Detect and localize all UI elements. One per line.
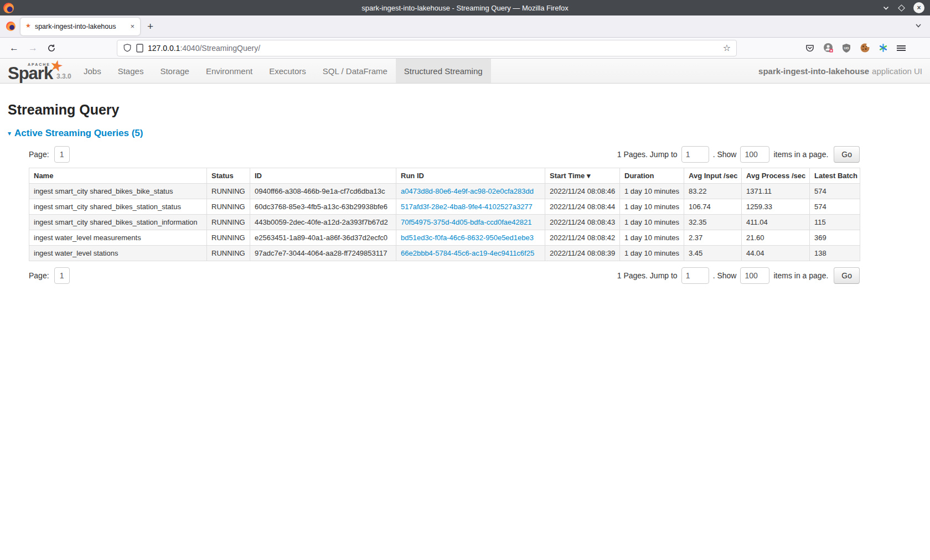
table-row: ingest smart_city shared_bikes_bike_stat…	[29, 184, 860, 199]
nav-item-structured-streaming[interactable]: Structured Streaming	[396, 59, 491, 83]
app-name-label: spark-ingest-into-lakehouseapplication U…	[758, 59, 922, 83]
items-label: items in a page.	[773, 150, 828, 159]
maximize-icon[interactable]	[899, 6, 904, 11]
avg-process-cell: 21.60	[742, 230, 810, 246]
pocket-icon[interactable]	[804, 43, 815, 54]
status-cell: RUNNING	[207, 215, 250, 230]
id-cell: 0940ff66-a308-466b-9e1a-cf7cd6dba13c	[250, 184, 396, 199]
table-header-row: NameStatusIDRun IDStart Time ▾DurationAv…	[29, 168, 860, 184]
extension-asterisk-icon[interactable]	[877, 43, 888, 54]
cookie-icon[interactable]	[859, 43, 870, 54]
run-id-link[interactable]: 70f54975-375d-4d05-bdfa-ccd0fae42821	[401, 218, 531, 226]
page-title: Streaming Query	[8, 102, 922, 118]
col-name[interactable]: Name	[29, 168, 207, 184]
page-number-input[interactable]	[54, 146, 70, 163]
spark-logo: APACHE Spark ★ 3.3.0	[8, 59, 75, 83]
url-text: 127.0.0.1:4040/StreamingQuery/	[148, 44, 719, 53]
status-cell: RUNNING	[207, 246, 250, 261]
col-status[interactable]: Status	[207, 168, 250, 184]
account-extension-icon[interactable]	[823, 43, 834, 54]
avg-input-cell: 32.35	[684, 215, 742, 230]
nav-item-sql-dataframe[interactable]: SQL / DataFrame	[314, 59, 396, 83]
query-name-cell: ingest smart_city shared_bikes_station_s…	[29, 199, 207, 215]
nav-item-executors[interactable]: Executors	[261, 59, 314, 83]
spark-navbar: APACHE Spark ★ 3.3.0 JobsStagesStorageEn…	[0, 59, 930, 84]
ublock-shield-icon[interactable]: UO	[841, 43, 852, 54]
go-button[interactable]: Go	[834, 267, 860, 284]
col-run-id[interactable]: Run ID	[396, 168, 545, 184]
shield-icon[interactable]	[123, 43, 132, 53]
section-title: Active Streaming Queries (5)	[14, 128, 143, 139]
id-cell: e2563451-1a89-40a1-a86f-36d37d2ecfc0	[250, 230, 396, 246]
collapse-arrow-icon: ▾	[8, 129, 11, 137]
page-number-input[interactable]	[54, 267, 70, 284]
id-cell: 443b0059-2dec-40fe-a12d-2a393f7b67d2	[250, 215, 396, 230]
page-info-icon[interactable]	[136, 44, 143, 53]
start-time-cell: 2022/11/24 08:08:39	[545, 246, 620, 261]
page-size-input[interactable]	[740, 146, 769, 163]
nav-item-stages[interactable]: Stages	[110, 59, 152, 83]
show-label: . Show	[713, 271, 737, 280]
page-label: Page:	[29, 271, 49, 280]
avg-input-cell: 106.74	[684, 199, 742, 215]
run-id-link[interactable]: bd51ed3c-f0fa-46c6-8632-950e5ed1ebe3	[401, 234, 534, 242]
reload-button[interactable]	[47, 44, 56, 53]
menu-hamburger-icon[interactable]	[896, 43, 907, 54]
run-id-link[interactable]: a0473d8d-80e6-4e9f-ac98-02e0cfa283dd	[401, 187, 534, 195]
query-table-body: ingest smart_city shared_bikes_bike_stat…	[29, 184, 860, 261]
col-duration[interactable]: Duration	[620, 168, 684, 184]
start-time-cell: 2022/11/24 08:08:46	[545, 184, 620, 199]
spark-favicon-icon: ★	[25, 22, 31, 29]
table-row: ingest smart_city shared_bikes_station_s…	[29, 199, 860, 215]
avg-process-cell: 44.04	[742, 246, 810, 261]
table-row: ingest water_level stations RUNNING 97ad…	[29, 246, 860, 261]
window-titlebar: spark-ingest-into-lakehouse - Streaming …	[0, 0, 930, 15]
nav-item-jobs[interactable]: Jobs	[75, 59, 110, 83]
start-time-cell: 2022/11/24 08:08:43	[545, 215, 620, 230]
close-icon[interactable]: ×	[913, 2, 924, 13]
minimize-icon[interactable]	[882, 4, 890, 12]
page-size-input[interactable]	[740, 267, 769, 284]
run-id-cell: bd51ed3c-f0fa-46c6-8632-950e5ed1ebe3	[396, 230, 545, 246]
jump-to-input[interactable]	[681, 146, 709, 163]
nav-item-environment[interactable]: Environment	[198, 59, 261, 83]
status-cell: RUNNING	[207, 184, 250, 199]
query-name-cell: ingest water_level measurements	[29, 230, 207, 246]
tab-title: spark-ingest-into-lakehous	[35, 23, 126, 30]
avg-input-cell: 3.45	[684, 246, 742, 261]
col-avg-input-sec[interactable]: Avg Input /sec	[684, 168, 742, 184]
run-id-link[interactable]: 517afd3f-28e2-4ba8-9fe4-4102527a3277	[401, 203, 533, 211]
duration-cell: 1 day 10 minutes	[620, 230, 684, 246]
tab-close-icon[interactable]: ×	[130, 22, 135, 30]
tab-list-chevron-icon[interactable]	[914, 22, 922, 29]
show-label: . Show	[713, 150, 737, 159]
spark-version: 3.3.0	[56, 72, 71, 80]
run-id-cell: 66e2bbb4-5784-45c6-ac19-4ec9411c6f25	[396, 246, 545, 261]
start-time-cell: 2022/11/24 08:08:44	[545, 199, 620, 215]
go-button[interactable]: Go	[834, 146, 860, 163]
back-button[interactable]: ←	[9, 43, 19, 53]
forward-button[interactable]: →	[28, 43, 38, 53]
run-id-link[interactable]: 66e2bbb4-5784-45c6-ac19-4ec9411c6f25	[401, 249, 534, 257]
col-latest-batch[interactable]: Latest Batch	[810, 168, 860, 184]
url-bar[interactable]: 127.0.0.1:4040/StreamingQuery/ ☆	[117, 40, 737, 56]
col-start-time[interactable]: Start Time ▾	[545, 168, 620, 184]
bookmark-star-icon[interactable]: ☆	[723, 43, 731, 53]
spark-nav-list: JobsStagesStorageEnvironmentExecutorsSQL…	[75, 59, 491, 83]
id-cell: 97adc7e7-3044-4064-aa28-ff7249853117	[250, 246, 396, 261]
latest-batch-cell: 115	[810, 215, 860, 230]
col-avg-process-sec[interactable]: Avg Process /sec	[742, 168, 810, 184]
avg-input-cell: 2.37	[684, 230, 742, 246]
col-id[interactable]: ID	[250, 168, 396, 184]
new-tab-button[interactable]: +	[147, 20, 153, 33]
latest-batch-cell: 369	[810, 230, 860, 246]
active-queries-section-toggle[interactable]: ▾ Active Streaming Queries (5)	[8, 128, 143, 139]
jump-to-input[interactable]	[681, 267, 709, 284]
table-row: ingest smart_city shared_bikes_station_i…	[29, 215, 860, 230]
run-id-cell: 70f54975-375d-4d05-bdfa-ccd0fae42821	[396, 215, 545, 230]
browser-tab-bar: ★ spark-ingest-into-lakehous × +	[0, 15, 930, 38]
table-row: ingest water_level measurements RUNNING …	[29, 230, 860, 246]
items-label: items in a page.	[773, 271, 828, 280]
nav-item-storage[interactable]: Storage	[152, 59, 198, 83]
browser-tab[interactable]: ★ spark-ingest-into-lakehous ×	[20, 18, 140, 35]
